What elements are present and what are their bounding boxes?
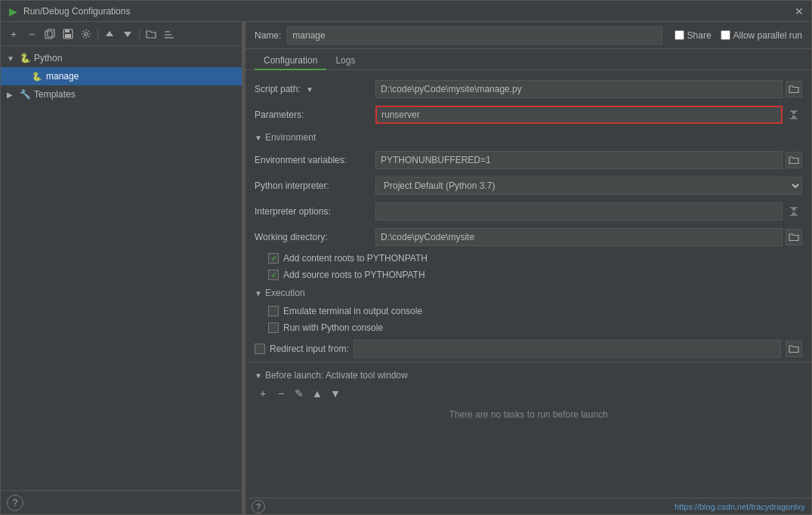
environment-arrow: ▼ bbox=[255, 134, 262, 142]
working-directory-browse-button[interactable] bbox=[786, 229, 802, 245]
before-launch-header[interactable]: ▼ Before launch: Activate tool window bbox=[245, 367, 811, 384]
tabs: Configuration Logs bbox=[245, 49, 811, 70]
save-config-button[interactable] bbox=[60, 26, 76, 42]
env-variables-browse-button[interactable] bbox=[786, 152, 802, 168]
check-mark: ✓ bbox=[270, 254, 276, 263]
env-variables-row: Environment variables: bbox=[245, 147, 811, 173]
move-down-button[interactable] bbox=[119, 26, 136, 42]
window-title: Run/Debug Configurations bbox=[23, 6, 793, 17]
manage-label: manage bbox=[46, 71, 79, 82]
share-checkbox-label[interactable]: Share bbox=[675, 30, 712, 41]
redirect-input-checkbox[interactable] bbox=[255, 344, 265, 354]
env-variables-label: Environment variables: bbox=[255, 155, 375, 165]
check-mark-2: ✓ bbox=[270, 271, 276, 279]
main-content: + − bbox=[1, 22, 811, 514]
help-button[interactable]: ? bbox=[7, 495, 23, 511]
python-interpreter-label: Python interpreter: bbox=[255, 180, 375, 191]
python-group-label: Python bbox=[34, 53, 62, 63]
help-question[interactable]: ? bbox=[252, 500, 265, 513]
sidebar: + − bbox=[1, 22, 242, 514]
before-launch-up-button[interactable]: ▲ bbox=[309, 385, 326, 402]
parameters-field bbox=[375, 106, 802, 124]
sidebar-item-templates[interactable]: ▶ 🔧 Templates bbox=[1, 85, 242, 103]
before-launch-add-button[interactable]: + bbox=[255, 385, 271, 402]
tab-configuration[interactable]: Configuration bbox=[255, 52, 326, 70]
svg-marker-6 bbox=[106, 31, 113, 36]
before-launch-down-button[interactable]: ▼ bbox=[327, 385, 344, 402]
svg-rect-4 bbox=[65, 34, 71, 38]
interpreter-options-label: Interpreter options: bbox=[255, 206, 375, 217]
redirect-input-field[interactable] bbox=[354, 340, 781, 358]
before-launch-remove-button[interactable]: − bbox=[273, 385, 289, 402]
python-icon: 🐍 bbox=[19, 52, 31, 64]
script-dropdown-arrow[interactable]: ▼ bbox=[306, 85, 313, 94]
working-directory-label: Working directory: bbox=[255, 232, 375, 242]
env-variables-field bbox=[375, 151, 802, 169]
add-config-button[interactable]: + bbox=[5, 26, 22, 42]
folder-button[interactable] bbox=[143, 26, 159, 42]
parameters-expand-button[interactable] bbox=[786, 106, 802, 123]
sidebar-item-python[interactable]: ▼ 🐍 Python bbox=[1, 49, 242, 67]
add-source-roots-checkbox[interactable]: ✓ bbox=[268, 270, 279, 280]
parameters-label: Parameters: bbox=[255, 109, 375, 120]
script-path-input[interactable] bbox=[375, 80, 783, 98]
before-launch-section: ▼ Before launch: Activate tool window + … bbox=[245, 362, 811, 430]
name-input[interactable] bbox=[287, 26, 662, 45]
add-content-roots-row[interactable]: ✓ Add content roots to PYTHONPATH bbox=[245, 250, 811, 267]
templates-arrow: ▶ bbox=[7, 91, 19, 99]
emulate-terminal-row[interactable]: Emulate terminal in output console bbox=[245, 303, 811, 319]
run-python-console-label: Run with Python console bbox=[283, 322, 383, 333]
python-interpreter-select[interactable]: Project Default (Python 3.7) bbox=[375, 177, 802, 195]
parallel-checkbox-label[interactable]: Allow parallel run bbox=[721, 30, 802, 41]
script-path-browse-button[interactable] bbox=[786, 81, 802, 97]
run-python-console-checkbox[interactable] bbox=[268, 322, 279, 333]
before-launch-edit-button[interactable]: ✎ bbox=[291, 385, 307, 402]
add-content-roots-label: Add content roots to PYTHONPATH bbox=[283, 253, 428, 264]
add-source-roots-row[interactable]: ✓ Add source roots to PYTHONPATH bbox=[245, 267, 811, 283]
interpreter-options-input[interactable] bbox=[375, 202, 783, 220]
environment-section[interactable]: ▼ Environment bbox=[245, 128, 811, 147]
url-link[interactable]: https://blog.csdn.net/tracydragonlxy bbox=[675, 502, 805, 511]
redirect-input-browse-button[interactable] bbox=[786, 341, 802, 357]
svg-point-5 bbox=[85, 32, 88, 35]
toolbar-separator bbox=[97, 28, 98, 40]
emulate-terminal-checkbox[interactable] bbox=[268, 306, 279, 316]
templates-label: Templates bbox=[34, 89, 76, 100]
interpreter-options-field bbox=[375, 202, 802, 220]
sidebar-toolbar: + − bbox=[1, 22, 242, 46]
move-up-button[interactable] bbox=[101, 26, 118, 42]
sort-button[interactable] bbox=[161, 26, 178, 42]
emulate-terminal-label: Emulate terminal in output console bbox=[283, 306, 422, 316]
add-source-roots-label: Add source roots to PYTHONPATH bbox=[283, 270, 425, 280]
share-checkbox[interactable] bbox=[675, 30, 684, 40]
add-content-roots-checkbox[interactable]: ✓ bbox=[268, 253, 279, 264]
execution-section[interactable]: ▼ Execution bbox=[245, 283, 811, 303]
sidebar-item-manage[interactable]: 🐍 manage bbox=[1, 67, 242, 85]
working-directory-field bbox=[375, 228, 802, 246]
copy-config-button[interactable] bbox=[42, 26, 58, 42]
tab-logs[interactable]: Logs bbox=[326, 52, 364, 70]
parallel-checkbox[interactable] bbox=[721, 30, 730, 40]
python-interpreter-field: Project Default (Python 3.7) bbox=[375, 177, 802, 195]
parameters-row: Parameters: bbox=[245, 102, 811, 128]
no-tasks-message: There are no tasks to run before launch bbox=[245, 403, 811, 426]
manage-icon: 🐍 bbox=[31, 70, 43, 82]
svg-marker-7 bbox=[124, 32, 131, 37]
templates-icon: 🔧 bbox=[19, 88, 31, 100]
name-label: Name: bbox=[255, 30, 281, 41]
interpreter-options-expand-button[interactable] bbox=[786, 203, 802, 220]
interpreter-options-row: Interpreter options: bbox=[245, 199, 811, 224]
svg-rect-3 bbox=[65, 29, 69, 32]
remove-config-button[interactable]: − bbox=[23, 26, 40, 42]
env-variables-input[interactable] bbox=[375, 151, 783, 169]
working-directory-row: Working directory: bbox=[245, 224, 811, 250]
redirect-input-label: Redirect input from: bbox=[270, 344, 349, 354]
expand-arrow: ▼ bbox=[7, 54, 19, 63]
run-debug-configurations-window: ▶ Run/Debug Configurations ✕ + − bbox=[0, 0, 812, 515]
run-python-console-row[interactable]: Run with Python console bbox=[245, 319, 811, 336]
working-directory-input[interactable] bbox=[375, 228, 783, 246]
close-button[interactable]: ✕ bbox=[793, 5, 805, 17]
settings-config-button[interactable] bbox=[78, 26, 94, 42]
parameters-input[interactable] bbox=[375, 106, 783, 124]
config-content: Script path: ▼ Parameters: bbox=[245, 70, 811, 498]
